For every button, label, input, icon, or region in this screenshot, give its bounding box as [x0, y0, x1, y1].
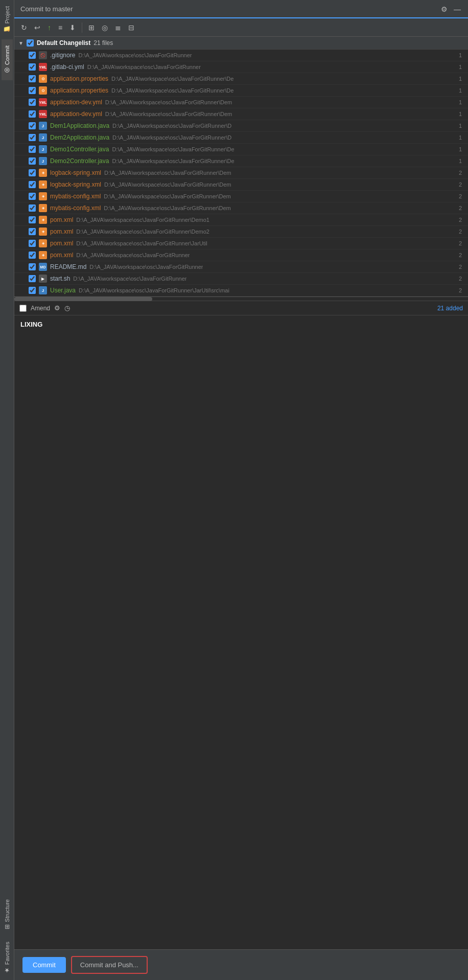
sort-button[interactable]: ≣ [112, 21, 124, 34]
file-item[interactable]: ◈ pom.xml D:\A_JAVA\workspace\osc\JavaFo… [14, 238, 468, 249]
file-checkbox-3[interactable] [29, 87, 36, 94]
rollback-button[interactable]: ↩ [32, 21, 43, 34]
settings-icon[interactable]: ⚙ [440, 4, 449, 14]
file-path: D:\A_JAVA\workspace\osc\JavaForGitRunner… [112, 134, 231, 141]
chevron-down-icon: ▼ [18, 40, 24, 46]
file-type-icon: YML [39, 98, 47, 106]
sidebar-item-structure[interactable]: ⊞ Structure [2, 893, 13, 936]
file-item[interactable]: J Demo1Controller.java D:\A_JAVA\workspa… [14, 144, 468, 155]
file-item[interactable]: ◈ pom.xml D:\A_JAVA\workspace\osc\JavaFo… [14, 214, 468, 226]
download-button[interactable]: ⬇ [67, 21, 78, 34]
commit-message-area: LIXING [14, 315, 468, 949]
minimize-icon[interactable]: — [453, 4, 462, 14]
file-name: mybatis-config.xml [50, 193, 101, 200]
file-line-count: 2 [459, 264, 464, 270]
file-item[interactable]: ▶ start.sh D:\A_JAVA\workspace\osc\JavaF… [14, 273, 468, 285]
file-item[interactable]: ⚙ application.properties D:\A_JAVA\works… [14, 85, 468, 97]
file-type-icon: ◈ [39, 192, 47, 200]
file-path: D:\A_JAVA\workspace\osc\JavaForGitRunner… [79, 287, 229, 293]
favorites-icon: ★ [4, 967, 11, 974]
file-item[interactable]: ◈ logback-spring.xml D:\A_JAVA\workspace… [14, 179, 468, 191]
file-name: pom.xml [50, 240, 73, 247]
diff-button[interactable]: ≡ [56, 21, 65, 34]
stage-button[interactable]: ↑ [45, 21, 54, 34]
scrollbar-thumb[interactable] [14, 297, 152, 301]
file-item[interactable]: YML application-dev.yml D:\A_JAVA\worksp… [14, 108, 468, 120]
file-item[interactable]: 🚫 .gitignore D:\A_JAVA\workspace\osc\Jav… [14, 50, 468, 61]
amend-label: Amend [31, 305, 50, 312]
file-checkbox-12[interactable] [29, 193, 36, 200]
file-name: logback-spring.xml [50, 169, 101, 176]
file-checkbox-16[interactable] [29, 240, 36, 247]
file-checkbox-20[interactable] [29, 287, 36, 294]
preview-button[interactable]: ◎ [99, 21, 110, 34]
file-item[interactable]: J Dem1Application.java D:\A_JAVA\workspa… [14, 120, 468, 132]
file-checkbox-4[interactable] [29, 99, 36, 106]
file-item[interactable]: ⚙ application.properties D:\A_JAVA\works… [14, 73, 468, 85]
file-checkbox-8[interactable] [29, 146, 36, 153]
file-checkbox-2[interactable] [29, 75, 36, 82]
file-item[interactable]: ◈ mybatis-config.xml D:\A_JAVA\workspace… [14, 202, 468, 214]
filter-button[interactable]: ⊟ [126, 21, 137, 34]
file-item[interactable]: MD README.md D:\A_JAVA\workspace\osc\Jav… [14, 261, 468, 273]
file-checkbox-18[interactable] [29, 263, 36, 270]
file-checkbox-1[interactable] [29, 63, 36, 71]
file-path: D:\A_JAVA\workspace\osc\JavaForGitRunner [89, 264, 203, 270]
sidebar-item-commit[interactable]: ◎ Commit [2, 39, 13, 80]
file-checkbox-17[interactable] [29, 252, 36, 259]
file-checkbox-11[interactable] [29, 181, 36, 188]
file-type-icon: ◈ [39, 239, 47, 247]
file-checkbox-10[interactable] [29, 169, 36, 176]
changelist-checkbox[interactable] [27, 39, 34, 47]
file-name: application-dev.yml [50, 110, 102, 118]
file-line-count: 1 [459, 158, 464, 164]
file-checkbox-14[interactable] [29, 216, 36, 223]
view-button[interactable]: ⊞ [86, 21, 97, 34]
file-name: README.md [50, 263, 86, 270]
file-checkbox-7[interactable] [29, 134, 36, 141]
file-item[interactable]: ◈ pom.xml D:\A_JAVA\workspace\osc\JavaFo… [14, 226, 468, 238]
main-content: Commit to master ⚙ — ↻ ↩ ↑ ≡ ⬇ ⊞ ◎ ≣ ⊟ ▼… [14, 0, 468, 980]
toolbar-separator [82, 22, 82, 33]
file-item[interactable]: ◈ pom.xml D:\A_JAVA\workspace\osc\JavaFo… [14, 249, 468, 261]
file-checkbox-0[interactable] [29, 52, 36, 59]
commit-message-input[interactable]: LIXING [14, 315, 468, 949]
amend-checkbox[interactable] [19, 305, 27, 312]
file-item[interactable]: J Dem2Application.java D:\A_JAVA\workspa… [14, 132, 468, 144]
changelist-header[interactable]: ▼ Default Changelist 21 files [14, 37, 468, 50]
sidebar-tabs: 📁 Project ◎ Commit ⊞ Structure ★ Favorit… [0, 0, 14, 980]
file-checkbox-5[interactable] [29, 110, 36, 118]
file-item[interactable]: J User.java D:\A_JAVA\workspace\osc\Java… [14, 285, 468, 297]
file-path: D:\A_JAVA\workspace\osc\JavaForGitRunner… [111, 76, 233, 82]
file-checkbox-19[interactable] [29, 275, 36, 282]
file-type-icon: J [39, 122, 47, 130]
amend-settings-icon[interactable]: ⚙ [54, 304, 60, 312]
file-item[interactable]: YML application-dev.yml D:\A_JAVA\worksp… [14, 97, 468, 108]
sidebar-item-favorites[interactable]: ★ Favorites [2, 936, 13, 980]
file-checkbox-9[interactable] [29, 157, 36, 165]
file-line-count: 2 [459, 193, 464, 199]
file-checkbox-13[interactable] [29, 204, 36, 212]
file-line-count: 1 [459, 87, 464, 94]
file-item[interactable]: YML .gitlab-ci.yml D:\A_JAVA\workspace\o… [14, 61, 468, 73]
file-path: D:\A_JAVA\workspace\osc\JavaForGitRunner… [104, 181, 231, 188]
commit-icon: ◎ [4, 67, 11, 74]
file-item[interactable]: ◈ mybatis-config.xml D:\A_JAVA\workspace… [14, 191, 468, 202]
scrollbar-area[interactable] [14, 297, 468, 301]
file-checkbox-15[interactable] [29, 228, 36, 235]
file-path: D:\A_JAVA\workspace\osc\JavaForGitRunner… [104, 205, 230, 211]
file-item[interactable]: ◈ logback-spring.xml D:\A_JAVA\workspace… [14, 167, 468, 179]
file-name: logback-spring.xml [50, 181, 101, 188]
file-item[interactable]: J Demo2Controller.java D:\A_JAVA\workspa… [14, 155, 468, 167]
refresh-button[interactable]: ↻ [18, 21, 30, 34]
commit-button[interactable]: Commit [22, 957, 66, 973]
sidebar-item-project[interactable]: 📁 Project [2, 0, 13, 39]
file-checkbox-6[interactable] [29, 122, 36, 129]
file-path: D:\A_JAVA\workspace\osc\JavaForGitRunner… [76, 229, 209, 235]
file-name: start.sh [50, 275, 70, 282]
title-bar: Commit to master ⚙ — [14, 0, 468, 18]
file-line-count: 1 [459, 146, 464, 152]
file-line-count: 2 [459, 181, 464, 188]
commit-and-push-button[interactable]: Commit and Push... [71, 956, 148, 974]
amend-history-icon[interactable]: ◷ [64, 304, 70, 312]
